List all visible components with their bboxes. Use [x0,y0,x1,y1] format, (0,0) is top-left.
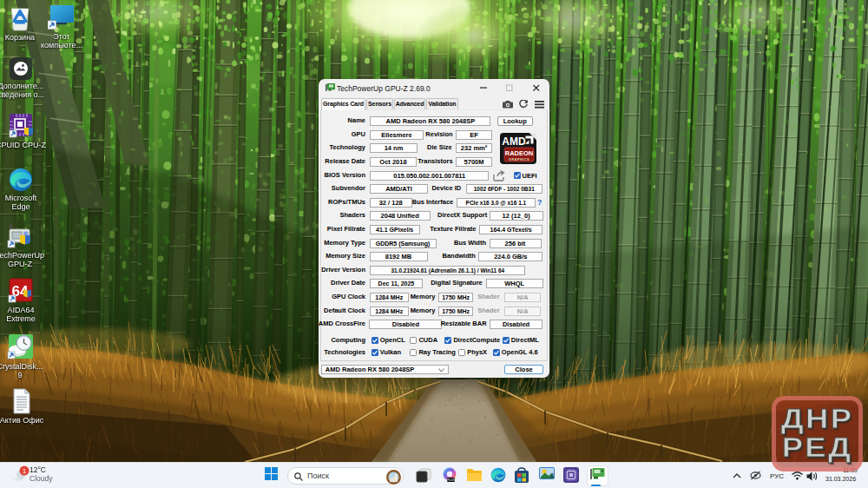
svg-text:RADEON: RADEON [504,149,533,157]
svg-text:GRAPHICS: GRAPHICS [508,158,529,162]
svg-text:PLUS: PLUS [447,478,456,482]
svg-text:1: 1 [23,467,27,475]
svg-text:2: 2 [550,472,554,478]
svg-text:AMD: AMD [502,135,526,148]
